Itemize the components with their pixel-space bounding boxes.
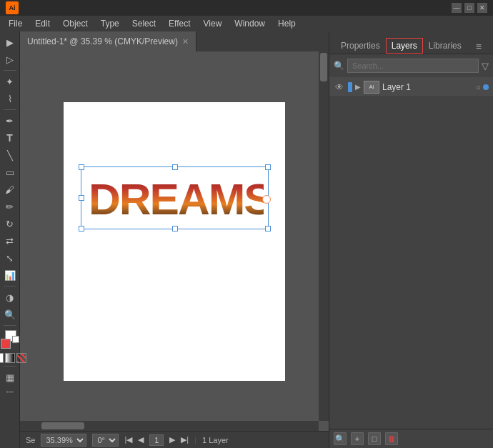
mirror-tool[interactable]: ⇄ [2,233,18,249]
horizontal-scrollbar[interactable] [20,421,319,431]
canvas-area: DREAMS [20,51,329,431]
menu-edit[interactable]: Edit [29,17,56,30]
gradient-swatch[interactable] [5,353,15,363]
scale-tool[interactable]: ⤡ [2,250,18,266]
more-tools[interactable]: ••• [6,388,14,396]
handle-bottom-right[interactable] [265,226,271,232]
handle-bottom-middle[interactable] [172,226,178,232]
page-next-button[interactable]: ▶ [169,435,175,444]
maximize-button[interactable]: □ [464,3,474,13]
minimize-button[interactable]: — [452,3,462,13]
select-tool[interactable]: ▶ [2,34,18,50]
document-tab-title: Untitled-1* @ 35.39 % (CMYK/Preview) [27,36,178,46]
main-layout: ▶ ▷ ✦ ⌇ ✒ T ╲ ▭ 🖌 ✏ ↻ [0,31,493,448]
panel-tab-bar: Properties Layers Libraries ≡ [329,31,493,54]
tab-properties[interactable]: Properties [335,38,386,54]
create-new-layer-button[interactable]: □ [368,432,381,445]
gradient-tool[interactable]: ◑ [2,289,18,305]
magic-wand-tool[interactable]: ✦ [2,74,18,89]
zoom-tool[interactable]: 🔍 [2,307,18,322]
panel-spacer [329,97,493,429]
layer-thumbnail: Ai [364,81,379,94]
page-first-button[interactable]: |◀ [124,435,132,444]
line-tool[interactable]: ╲ [2,147,18,163]
menu-object[interactable]: Object [57,17,94,30]
menu-view[interactable]: View [198,17,228,30]
search-icon: 🔍 [334,61,344,71]
document-tab[interactable]: Untitled-1* @ 35.39 % (CMYK/Preview) ✕ [20,31,196,51]
tab-libraries[interactable]: Libraries [423,38,467,54]
status-label: Se [26,436,35,444]
pen-tool[interactable]: ✒ [2,113,18,129]
vertical-scrollbar-thumb[interactable] [320,53,327,81]
filter-icon[interactable]: ▽ [482,61,489,71]
paintbrush-tool[interactable]: 🖌 [2,181,18,197]
menu-window[interactable]: Window [229,17,271,30]
direct-select-tool[interactable]: ▷ [2,51,18,67]
svg-text:DREAMS: DREAMS [89,174,264,224]
handle-top-middle[interactable] [172,164,178,170]
panel-bottom-actions: 🔍 + □ 🗑 [334,432,398,445]
handle-top-right[interactable] [265,164,271,170]
shape-tool[interactable]: ▭ [2,164,18,180]
window-controls[interactable]: — □ ✕ [452,3,487,13]
eye-icon: 👁 [335,82,344,92]
close-button[interactable]: ✕ [477,3,487,13]
handle-top-left[interactable] [79,164,84,170]
right-panel: Properties Layers Libraries ≡ 🔍 ▽ 👁 ▶ Ai… [329,31,493,448]
tool-separator-4 [4,325,16,326]
zoom-select[interactable]: 35.39% 50% 100% [41,434,86,447]
rotate-tool[interactable]: ↻ [2,216,18,232]
layers-search-input[interactable] [347,59,479,73]
left-toolbar: ▶ ▷ ✦ ⌇ ✒ T ╲ ▭ 🖌 ✏ ↻ [0,31,20,448]
graph-tool[interactable]: 📊 [2,267,18,283]
panel-options: ≡ [470,39,487,54]
layer-name-label: Layer 1 [382,82,473,92]
tab-close-button[interactable]: ✕ [182,37,189,46]
panel-menu-button[interactable]: ≡ [473,39,484,54]
layer-color-indicator [348,82,352,92]
handle-bottom-left[interactable] [79,226,84,232]
menu-type[interactable]: Type [95,17,125,30]
rotation-select[interactable]: 0° [92,434,119,447]
page-last-button[interactable]: ▶| [181,435,189,444]
type-tool[interactable]: T [2,130,18,146]
panel-bottom-bar: 🔍 + □ 🗑 [329,429,493,448]
tool-separator-1 [4,70,16,71]
artboard: DREAMS [64,102,285,381]
lasso-tool[interactable]: ⌇ [2,91,18,106]
create-new-sublayer-button[interactable]: + [351,432,364,445]
vertical-scrollbar[interactable] [319,51,329,421]
stroke-color[interactable] [1,339,11,349]
menu-file[interactable]: File [3,17,28,30]
page-prev-button[interactable]: ◀ [138,435,144,444]
make-clipping-mask-button[interactable]: 🔍 [334,432,347,445]
tool-separator-5 [4,366,16,367]
layer-1-item[interactable]: 👁 ▶ Ai Layer 1 ○ [329,77,493,97]
layer-visibility-toggle[interactable]: 👁 [334,81,345,93]
tab-layers[interactable]: Layers [386,38,423,54]
tool-separator-3 [4,286,16,287]
app-logo: Ai [6,1,19,14]
layers-search-bar: 🔍 ▽ [329,54,493,77]
pencil-tool[interactable]: ✏ [2,199,18,214]
tool-separator-2 [4,109,16,110]
handle-middle-left[interactable] [79,195,84,201]
status-bar: Se 35.39% 50% 100% 0° |◀ ◀ ▶ ▶| | 1 Laye… [20,431,329,448]
delete-layer-button[interactable]: 🗑 [385,432,398,445]
layer-expand-arrow[interactable]: ▶ [355,83,361,91]
menu-effect[interactable]: Effect [163,17,196,30]
layer-count: 1 Layer [202,436,229,444]
menu-select[interactable]: Select [126,17,161,30]
color-arrows[interactable]: ↔ [12,336,19,343]
page-number-input[interactable] [149,434,164,446]
horizontal-scrollbar-thumb[interactable] [41,422,84,429]
menu-bar: File Edit Object Type Select Effect View… [0,16,493,31]
layer-lock-button[interactable]: ○ [476,83,481,91]
menu-help[interactable]: Help [272,17,302,30]
color-icon[interactable]: □ [0,353,4,363]
dreams-text-object[interactable]: DREAMS [85,170,264,224]
title-bar: Ai — □ ✕ [0,0,493,16]
artboard-tool[interactable]: ▦ [2,369,18,385]
tab-bar: Untitled-1* @ 35.39 % (CMYK/Preview) ✕ [20,31,329,51]
